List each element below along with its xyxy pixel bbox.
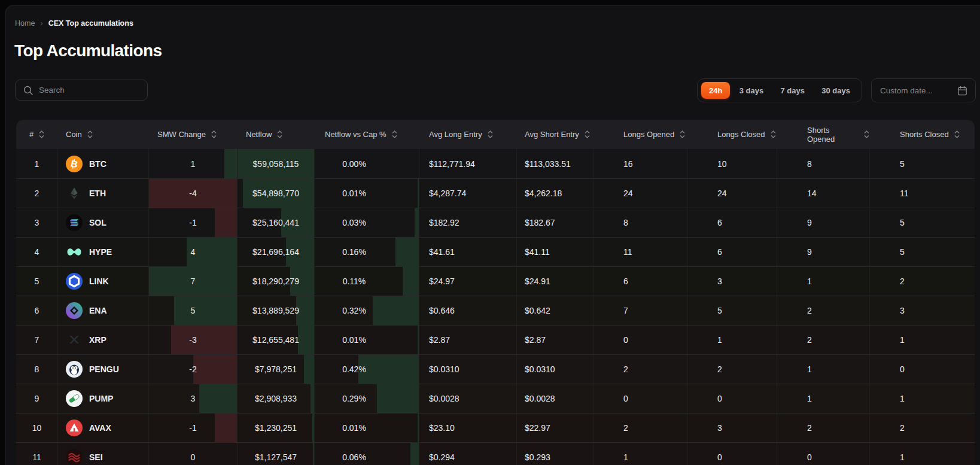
shorts-closed-cell: 11 [870,179,975,208]
longs-opened-cell-value: 16 [623,159,633,169]
netflow-vs-cap-cell: 0.42% [315,355,419,384]
heat-bar [377,384,419,413]
shorts-closed-cell: 1 [870,443,975,465]
column-header-vscap[interactable]: Netflow vs Cap % [315,120,419,149]
column-header-coin[interactable]: Coin [58,120,149,149]
avg-short-entry-cell: $22.97 [517,414,594,442]
table-row[interactable]: 6ENA5$13,889,5290.32%$0.646$0.6427523 [16,296,975,325]
smw-change-cell: -3 [149,326,238,354]
coin-cell: ETH [58,179,149,208]
custom-date-box[interactable] [871,78,976,102]
column-header-avgshort[interactable]: Avg Short Entry [517,120,594,149]
sort-icon [584,129,591,139]
heat-bar [298,326,314,354]
avg-long-entry-cell: $182.92 [419,208,517,237]
netflow-vs-cap-cell-value: 0.01% [342,335,366,345]
range-button-30-days[interactable]: 30 days [814,82,858,99]
shorts-opened-cell: 1 [777,355,870,384]
range-button-3-days[interactable]: 3 days [732,82,771,99]
search-input[interactable] [39,86,145,95]
netflow-vs-cap-cell: 0.03% [315,208,419,237]
table-row[interactable]: 2ETH-4$54,898,7700.01%$4,287.74$4,262.18… [16,178,975,208]
smw-change-cell-value: 4 [191,247,196,257]
longs-closed-cell-value: 0 [717,452,722,462]
rank-cell: 2 [16,179,58,208]
smw-change-cell-value: -2 [189,364,196,374]
column-header-netflow[interactable]: Netflow [238,120,315,149]
column-header-label: Netflow [246,130,272,139]
netflow-cell-value: $12,655,481 [252,335,299,345]
table-row[interactable]: 4HYPE4$21,696,1640.16%$41.61$41.1111695 [16,237,975,266]
range-button-7-days[interactable]: 7 days [772,82,812,99]
longs-opened-cell-value: 1 [623,452,628,462]
coin-cell: AVAX [58,414,149,442]
smw-change-cell: -1 [149,208,238,237]
column-header-longs_opened[interactable]: Longs Opened [594,120,687,149]
shorts-opened-cell: 9 [777,208,870,237]
column-header-rank[interactable]: # [16,120,58,149]
longs-opened-cell-value: 6 [623,276,628,286]
table-row[interactable]: 9PUMP3$2,908,9330.29%$0.0028$0.00280011 [16,384,975,413]
time-range-group: 24h3 days7 days30 days [697,78,862,102]
btc-coin-icon: B [66,156,83,172]
table-row[interactable]: 7XRP-3$12,655,4810.01%$2.87$2.870121 [16,325,975,354]
column-header-shorts_closed[interactable]: Shorts Closed [870,120,975,149]
table-row[interactable]: 1BBTC1$59,058,1150.00%$112,771.94$113,03… [16,149,975,178]
column-header-smw[interactable]: SMW Change [149,120,238,149]
sei-coin-icon [66,449,83,465]
rank-cell-value: 8 [35,364,39,374]
table-row[interactable]: 3SOL-1$25,160,4410.03%$182.92$182.678695 [16,208,975,237]
coin-cell: SEI [58,443,149,465]
breadcrumb-home[interactable]: Home [15,19,35,28]
netflow-cell-value: $25,160,441 [252,218,299,227]
table-row[interactable]: 8PENGU-2$7,978,2510.42%$0.0310$0.0310221… [16,354,975,384]
rank-cell-value: 3 [35,218,39,227]
longs-closed-cell: 3 [687,267,777,296]
table-row[interactable]: 5LINK7$18,290,2790.11%$24.97$24.916312 [16,266,975,296]
coin-symbol: XRP [89,335,106,345]
rank-cell: 8 [16,355,58,384]
longs-closed-cell: 10 [687,149,777,178]
custom-date-input[interactable] [880,86,952,95]
netflow-cell: $54,898,770 [238,179,315,208]
range-button-24h[interactable]: 24h [701,82,730,99]
longs-opened-cell-value: 0 [623,335,628,345]
coin-symbol: HYPE [89,247,112,257]
longs-closed-cell-value: 3 [717,276,722,286]
netflow-vs-cap-cell: 0.01% [315,326,419,354]
accumulations-table: #CoinSMW ChangeNetflowNetflow vs Cap %Av… [16,120,975,465]
column-header-shorts_opened[interactable]: Shorts Opened [777,120,870,149]
coin-cell: LINK [58,267,149,296]
avg-long-entry-cell-value: $41.61 [429,247,455,257]
longs-opened-cell: 8 [594,208,687,237]
main-panel: Home › CEX Top accumulations Top Accumul… [5,5,980,465]
search-box[interactable] [15,80,148,101]
breadcrumb-chevron-icon: › [40,19,42,27]
coin-cell: XRP [58,326,149,354]
netflow-vs-cap-cell-value: 0.01% [342,423,366,433]
longs-closed-cell-value: 6 [717,218,722,227]
rank-cell: 5 [16,267,58,296]
column-header-label: Avg Short Entry [525,130,579,139]
table-row[interactable]: 10AVAX-1$1,230,2510.01%$23.10$22.972322 [16,413,975,442]
heat-bar [304,355,314,384]
heat-bar [418,414,419,442]
avg-short-entry-cell-value: $24.91 [525,276,550,286]
netflow-cell: $13,889,529 [238,296,315,325]
coin-cell: HYPE [58,238,149,266]
shorts-closed-cell: 2 [870,414,975,442]
longs-opened-cell: 1 [594,443,687,465]
column-header-avglong[interactable]: Avg Long Entry [419,120,517,149]
longs-closed-cell: 6 [687,208,777,237]
pump-coin-icon [66,390,83,407]
column-header-label: Avg Long Entry [429,130,482,139]
avg-short-entry-cell-value: $0.0028 [525,394,555,403]
longs-opened-cell: 11 [594,238,687,266]
column-header-label: Coin [66,130,82,139]
column-header-longs_closed[interactable]: Longs Closed [687,120,777,149]
smw-change-cell: 4 [149,238,238,266]
rank-cell-value: 9 [35,394,39,403]
rank-cell-value: 10 [32,423,42,433]
table-row[interactable]: 11SEI0$1,127,5470.06%$0.294$0.2931001 [16,442,975,465]
shorts-opened-cell: 1 [777,267,870,296]
